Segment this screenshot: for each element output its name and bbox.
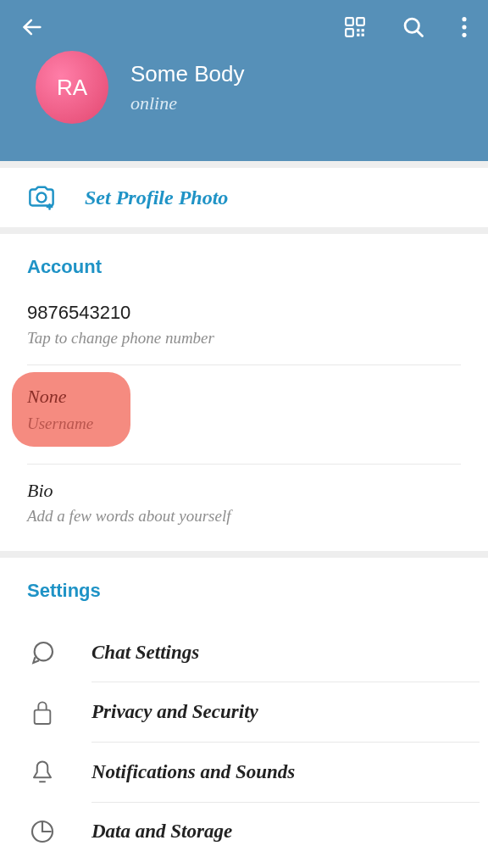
settings-item-label: Notifications and Sounds	[92, 761, 295, 783]
top-actions	[344, 15, 468, 39]
svg-rect-2	[357, 18, 364, 25]
svg-rect-7	[362, 34, 364, 36]
avatar[interactable]: RA	[36, 51, 108, 124]
search-icon	[402, 15, 425, 39]
svg-rect-6	[357, 34, 359, 36]
settings-item-data[interactable]: Data and Storage	[0, 803, 488, 860]
svg-point-11	[462, 25, 466, 29]
bio-value: Bio	[27, 480, 461, 502]
profile-text: Some Body online	[130, 61, 244, 114]
more-vert-icon	[461, 15, 468, 39]
settings-item-label: Chat Settings	[92, 642, 199, 664]
svg-point-12	[462, 33, 466, 37]
divider	[0, 227, 488, 234]
qr-icon	[344, 16, 366, 38]
clock-icon	[27, 818, 58, 845]
settings-item-label: Privacy and Security	[92, 701, 258, 723]
top-bar	[0, 0, 488, 46]
svg-line-9	[418, 31, 423, 36]
settings-item-label: Data and Storage	[92, 821, 232, 843]
svg-rect-5	[362, 29, 364, 31]
bell-icon	[27, 758, 58, 787]
account-section: Account 9876543210 Tap to change phone n…	[0, 234, 488, 551]
profile-name: Some Body	[130, 61, 244, 87]
phone-row[interactable]: 9876543210 Tap to change phone number	[27, 293, 461, 365]
back-arrow-icon	[20, 15, 44, 39]
chat-icon	[27, 639, 58, 666]
svg-rect-4	[357, 29, 359, 31]
settings-section: Settings	[0, 558, 488, 602]
divider	[0, 161, 488, 168]
divider	[0, 551, 488, 558]
bio-hint: Add a few words about yourself	[27, 507, 461, 526]
settings-item-notifications[interactable]: Notifications and Sounds	[0, 743, 488, 802]
settings-item-chat[interactable]: Chat Settings	[0, 624, 488, 682]
back-button[interactable]	[20, 15, 44, 39]
username-value: None	[27, 386, 93, 408]
svg-point-10	[462, 17, 466, 21]
bio-row[interactable]: Bio Add a few words about yourself	[27, 465, 461, 542]
svg-rect-1	[346, 18, 353, 25]
username-row[interactable]: None Username	[27, 372, 461, 465]
camera-icon	[27, 185, 56, 210]
set-profile-photo[interactable]: Set Profile Photo	[0, 168, 488, 227]
settings-item-privacy[interactable]: Privacy and Security	[0, 682, 488, 742]
settings-list: Chat Settings Privacy and Security Notif…	[0, 617, 488, 867]
svg-point-13	[37, 193, 47, 203]
settings-title: Settings	[27, 580, 461, 602]
username-hint: Username	[27, 415, 93, 433]
menu-button[interactable]	[461, 15, 468, 39]
search-button[interactable]	[402, 15, 425, 39]
qr-button[interactable]	[344, 16, 366, 38]
username-highlight: None Username	[12, 372, 130, 447]
svg-rect-3	[346, 29, 353, 36]
profile-row: RA Some Body online	[0, 46, 488, 124]
lock-icon	[27, 698, 58, 726]
phone-hint: Tap to change phone number	[27, 329, 461, 348]
header: RA Some Body online	[0, 0, 488, 161]
phone-value: 9876543210	[27, 302, 461, 324]
set-photo-label: Set Profile Photo	[85, 186, 228, 209]
svg-rect-16	[35, 710, 51, 724]
account-title: Account	[27, 256, 461, 278]
profile-status: online	[130, 92, 244, 114]
